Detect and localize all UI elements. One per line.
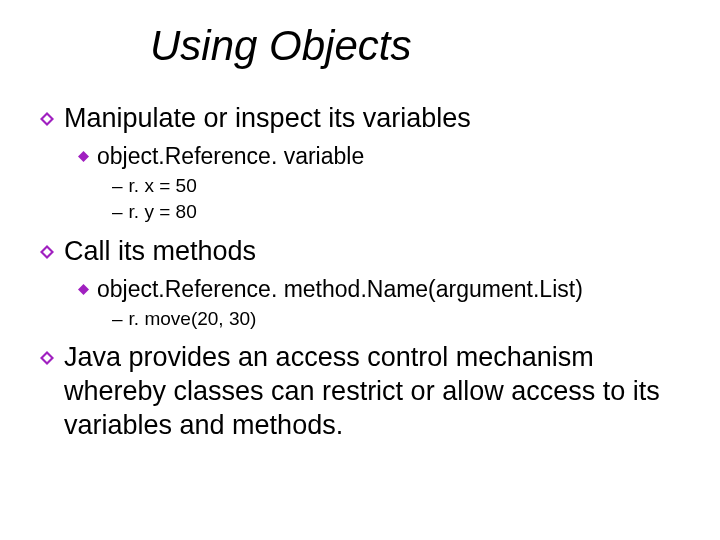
diamond-bullet-icon: [40, 351, 54, 365]
bullet-level1-text: Manipulate or inspect its variables: [64, 102, 471, 136]
small-diamond-bullet-icon: [78, 284, 89, 295]
dash-bullet-icon: –: [112, 308, 123, 330]
slide-title: Using Objects: [150, 22, 680, 70]
bullet-level1-text: Java provides an access control mechanis…: [64, 341, 680, 442]
bullet-level3-text: r. y = 80: [129, 200, 197, 225]
diamond-bullet-icon: [40, 112, 54, 126]
bullet-level3-text: r. move(20, 30): [129, 307, 257, 332]
bullet-level2-text: object.Reference. method.Name(argument.L…: [97, 275, 583, 305]
bullet-level2-text: object.Reference. variable: [97, 142, 364, 172]
bullet-level1-text: Call its methods: [64, 235, 256, 269]
dash-bullet-icon: –: [112, 201, 123, 223]
svg-marker-5: [78, 284, 89, 295]
dash-bullet-icon: –: [112, 175, 123, 197]
bullet-level3-text: r. x = 50: [129, 174, 197, 199]
svg-marker-2: [78, 151, 89, 162]
diamond-bullet-icon: [40, 245, 54, 259]
small-diamond-bullet-icon: [78, 151, 89, 162]
